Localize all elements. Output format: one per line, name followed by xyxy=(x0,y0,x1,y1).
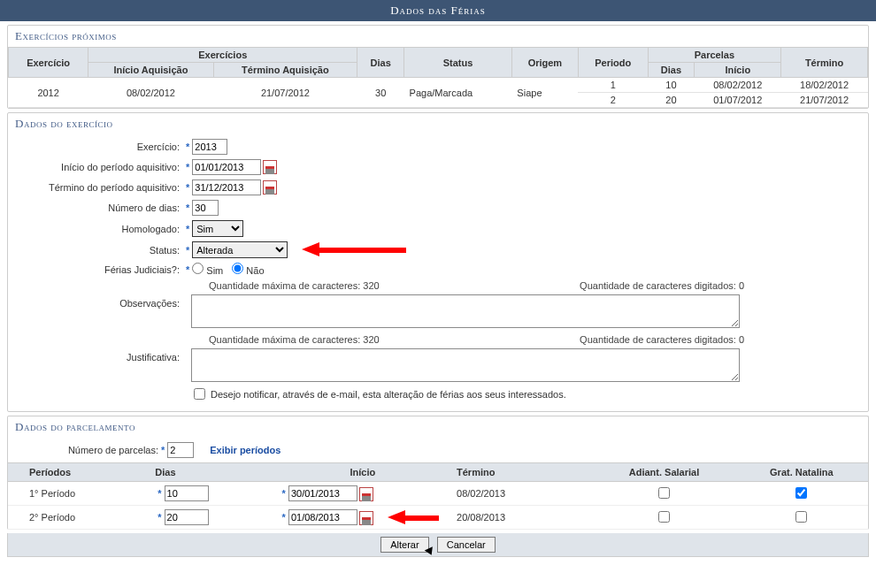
parcel-row: 2° Período * * 20/08/2013 xyxy=(8,506,868,530)
label-inicio-periodo: Início do período aquisitivo: xyxy=(8,162,183,172)
cell-p-inicio: 01/07/2012 xyxy=(695,93,781,108)
calendar-icon[interactable] xyxy=(263,180,277,195)
dias-input[interactable] xyxy=(165,509,209,525)
th-periodo: Periodo xyxy=(578,48,648,78)
calendar-icon[interactable] xyxy=(359,511,373,525)
required-marker: * xyxy=(186,141,189,152)
radio-label-sim: Sim xyxy=(206,265,223,276)
section-title-parcelamento: Dados do parcelamento xyxy=(8,416,868,438)
adiant-checkbox[interactable] xyxy=(658,511,670,523)
calendar-icon[interactable] xyxy=(263,160,277,174)
button-bar: Alterar Cancelar xyxy=(7,533,869,557)
notificar-label: Desejo notificar, através de e-mail, est… xyxy=(211,389,566,400)
adiant-checkbox[interactable] xyxy=(658,487,670,499)
grat-checkbox[interactable] xyxy=(795,511,807,523)
cancelar-button[interactable]: Cancelar xyxy=(437,537,496,553)
required-marker: * xyxy=(186,182,189,193)
cell-status: Paga/Marcada xyxy=(404,78,512,108)
exibir-periodos-link[interactable]: Exibir períodos xyxy=(210,445,280,455)
page-title: Dados das Férias xyxy=(0,0,876,21)
required-marker: * xyxy=(161,445,165,455)
th-dias: Dias xyxy=(150,463,273,482)
th-dias: Dias xyxy=(357,48,404,78)
section-title-exercicio: Dados do exercício xyxy=(8,113,868,134)
th-grat: Grat. Natalina xyxy=(735,463,868,482)
th-p-dias: Dias xyxy=(648,63,695,78)
num-dias-input[interactable] xyxy=(192,200,219,216)
th-inicio: Início xyxy=(274,463,451,482)
grat-checkbox[interactable] xyxy=(795,487,807,499)
cell-termino-aq: 21/07/2012 xyxy=(213,78,357,108)
grid-parcelamento: Períodos Dias Início Término Adiant. Sal… xyxy=(8,462,868,530)
num-parcelas-input[interactable] xyxy=(167,442,194,458)
th-periodos: Períodos xyxy=(8,463,150,482)
th-parcelas-group: Parcelas xyxy=(648,48,781,63)
observacoes-textarea[interactable] xyxy=(191,294,740,328)
cell-termino: 20/08/2013 xyxy=(451,506,593,530)
cell-periodo: 1° Período xyxy=(8,482,150,506)
dias-input[interactable] xyxy=(165,485,209,501)
justificativa-textarea[interactable] xyxy=(191,348,740,382)
arrow-annotation-icon xyxy=(388,512,441,524)
th-status: Status xyxy=(404,48,512,78)
notificar-checkbox[interactable] xyxy=(194,388,205,400)
panel-parcelamento: Dados do parcelamento Número de parcelas… xyxy=(7,416,869,530)
cell-p-inicio: 08/02/2012 xyxy=(695,78,781,93)
ferias-jud-nao-radio[interactable] xyxy=(232,263,243,274)
calendar-icon[interactable] xyxy=(359,487,373,501)
required-marker xyxy=(186,334,188,345)
th-exercicio: Exercício xyxy=(9,48,88,78)
th-inicio-aq: Início Aquisição xyxy=(88,63,213,78)
hint-typed-chars: Quantidade de caracteres digitados: 0 xyxy=(580,334,744,345)
arrow-annotation-icon xyxy=(302,244,408,256)
inicio-periodo-input[interactable] xyxy=(192,159,261,175)
cell-p-dias: 20 xyxy=(648,93,695,108)
cell-inicio-aq: 08/02/2012 xyxy=(88,78,213,108)
label-homologado: Homologado: xyxy=(8,224,183,234)
inicio-input[interactable] xyxy=(288,485,357,501)
label-termino-periodo: Término do período aquisitivo: xyxy=(8,182,183,193)
cell-origem: Siape xyxy=(511,78,578,108)
th-termino: Término xyxy=(781,48,868,78)
label-num-parcelas: Número de parcelas: xyxy=(8,445,158,455)
cell-p-termino: 18/02/2012 xyxy=(781,78,868,93)
ferias-jud-sim-radio[interactable] xyxy=(192,263,204,274)
cell-exercicio: 2012 xyxy=(9,78,88,108)
label-status: Status: xyxy=(8,245,183,256)
inicio-input[interactable] xyxy=(288,509,357,525)
required-marker: * xyxy=(186,245,189,256)
th-termino-aq: Término Aquisição xyxy=(213,63,357,78)
label-num-dias: Número de dias: xyxy=(8,202,183,213)
table-row: 2012 08/02/2012 21/07/2012 30 Paga/Marca… xyxy=(9,78,868,93)
panel-dados-exercicio: Dados do exercício Exercício: * Início d… xyxy=(7,112,869,412)
cell-termino: 08/02/2013 xyxy=(451,482,593,506)
cell-p-periodo: 1 xyxy=(578,78,648,93)
required-marker: * xyxy=(186,202,189,213)
section-title-proximos: Exercícios próximos xyxy=(8,26,868,47)
homologado-select[interactable]: Sim xyxy=(192,220,243,237)
grid-proximos: Exercício Exercícios Dias Status Origem … xyxy=(8,47,868,108)
termino-periodo-input[interactable] xyxy=(192,179,261,195)
required-marker: * xyxy=(186,224,189,234)
cell-p-dias: 10 xyxy=(648,78,695,93)
alterar-button[interactable]: Alterar xyxy=(380,537,428,553)
th-termino: Término xyxy=(451,463,593,482)
required-marker: * xyxy=(186,162,189,172)
status-select[interactable]: Alterada xyxy=(192,241,288,258)
exercicio-input[interactable] xyxy=(192,139,227,155)
th-p-inicio: Início xyxy=(695,63,781,78)
cell-p-termino: 21/07/2012 xyxy=(781,93,868,108)
hint-max-chars: Quantidade máxima de caracteres: 320 xyxy=(209,280,380,291)
label-observacoes: Observações: xyxy=(8,280,183,309)
parcel-row: 1° Período * * 08/02/2013 xyxy=(8,482,868,506)
cell-dias: 30 xyxy=(357,78,404,108)
label-ferias-jud: Férias Judiciais?: xyxy=(8,264,183,275)
cell-periodo: 2° Período xyxy=(8,506,150,530)
panel-exercicios-proximos: Exercícios próximos Exercício Exercícios… xyxy=(7,25,869,109)
required-marker xyxy=(186,280,188,291)
label-exercicio: Exercício: xyxy=(8,141,183,152)
hint-typed-chars: Quantidade de caracteres digitados: 0 xyxy=(580,280,744,291)
th-origem: Origem xyxy=(511,48,578,78)
th-exercicios-group: Exercícios xyxy=(88,48,357,63)
th-adiant: Adiant. Salarial xyxy=(593,463,734,482)
